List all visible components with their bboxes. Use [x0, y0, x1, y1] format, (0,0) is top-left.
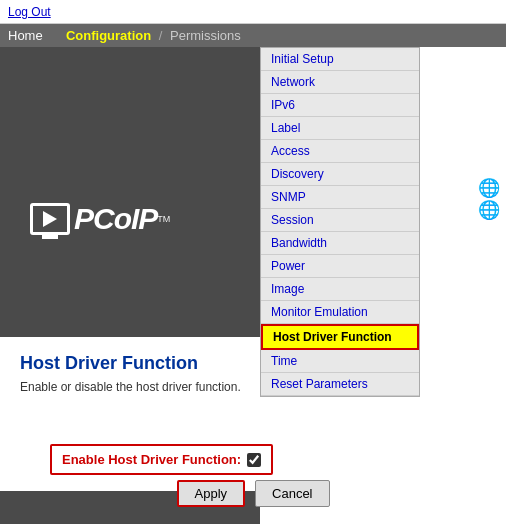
- globe-icon-2: 🌐: [478, 199, 498, 219]
- menu-item-session[interactable]: Session: [261, 209, 419, 232]
- menu-item-bandwidth[interactable]: Bandwidth: [261, 232, 419, 255]
- logo-monitor-icon: [30, 203, 70, 235]
- cancel-button[interactable]: Cancel: [255, 480, 329, 507]
- logo-tm: TM: [157, 214, 170, 224]
- configuration-dropdown-menu: Initial SetupNetworkIPv6LabelAccessDisco…: [260, 47, 420, 397]
- menu-item-network[interactable]: Network: [261, 71, 419, 94]
- menu-item-time[interactable]: Time: [261, 350, 419, 373]
- menu-item-monitor-emulation[interactable]: Monitor Emulation: [261, 301, 419, 324]
- menu-item-reset-parameters[interactable]: Reset Parameters: [261, 373, 419, 396]
- apply-button[interactable]: Apply: [177, 480, 246, 507]
- menu-item-label[interactable]: Label: [261, 117, 419, 140]
- logo-play-icon: [43, 211, 57, 227]
- nav-home[interactable]: Home: [8, 28, 43, 43]
- menu-item-access[interactable]: Access: [261, 140, 419, 163]
- menu-item-image[interactable]: Image: [261, 278, 419, 301]
- pcoip-logo: PCoIP TM: [30, 202, 170, 236]
- nav-slash: /: [155, 28, 166, 43]
- menu-item-snmp[interactable]: SNMP: [261, 186, 419, 209]
- globe-icon-1: 🌐: [478, 177, 498, 197]
- menu-item-host-driver-function[interactable]: Host Driver Function: [261, 324, 419, 350]
- globe-icons-area: 🌐 🌐: [478, 177, 498, 219]
- nav-bar: Home Configuration / Permissions: [0, 24, 506, 47]
- menu-item-discovery[interactable]: Discovery: [261, 163, 419, 186]
- logout-link[interactable]: Log Out: [8, 5, 51, 19]
- content-wrapper: PCoIP TM 🌐 🌐 Initial SetupNetworkIPv6Lab…: [0, 47, 506, 524]
- nav-configuration-link[interactable]: Configuration: [66, 28, 151, 43]
- menu-item-power[interactable]: Power: [261, 255, 419, 278]
- logo-text: PCoIP: [74, 202, 157, 236]
- menu-item-initial-setup[interactable]: Initial Setup: [261, 48, 419, 71]
- menu-item-ipv6[interactable]: IPv6: [261, 94, 419, 117]
- button-area: Apply Cancel: [0, 460, 506, 507]
- nav-permissions-link[interactable]: Permissions: [170, 28, 241, 43]
- top-bar: Log Out: [0, 0, 506, 24]
- nav-separator: [51, 28, 58, 43]
